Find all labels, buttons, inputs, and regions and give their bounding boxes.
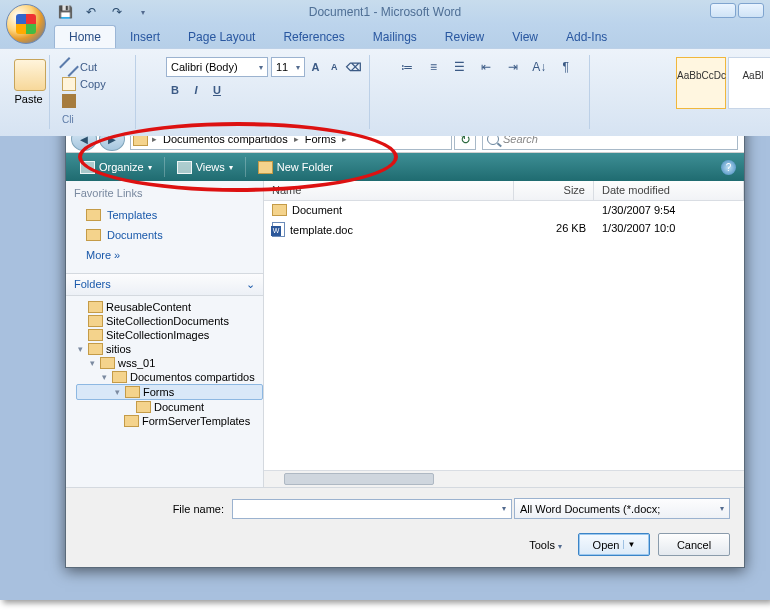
tab-view[interactable]: View: [498, 26, 552, 48]
word-window: 💾 ↶ ↷ ▾ Document1 - Microsoft Word Home …: [0, 0, 770, 600]
folder-icon: [86, 229, 101, 241]
indent-inc-icon[interactable]: ⇥: [502, 57, 524, 77]
ribbon-tabs: Home Insert Page Layout References Maili…: [0, 24, 770, 48]
open-button[interactable]: Open▼: [578, 533, 650, 556]
dialog-footer: File name: ▾ All Word Documents (*.docx;…: [66, 487, 744, 567]
newfolder-icon: [258, 161, 273, 174]
new-folder-button[interactable]: New Folder: [252, 159, 339, 176]
filename-input[interactable]: [232, 499, 512, 519]
col-size[interactable]: Size: [514, 181, 594, 200]
file-row[interactable]: Document1/30/2007 9:54: [264, 201, 744, 219]
folder-icon: [88, 343, 103, 355]
tree-item[interactable]: ▾Documentos compartidos: [76, 370, 263, 384]
maximize-button[interactable]: [738, 3, 764, 18]
folder-icon: [136, 401, 151, 413]
tree-item[interactable]: ▾Forms: [76, 384, 263, 400]
folder-icon: [86, 209, 101, 221]
qat-redo-icon[interactable]: ↷: [106, 2, 128, 22]
tree-item[interactable]: Document: [76, 400, 263, 414]
font-group: Calibri (Body)▾ 11▾ A A ⌫ B I U: [160, 55, 370, 129]
style-normal[interactable]: AaBbCcDc: [676, 57, 726, 109]
showmarks-icon[interactable]: ¶: [555, 57, 577, 77]
shrink-font-icon[interactable]: A: [326, 58, 342, 76]
folders-header[interactable]: Folders⌄: [66, 273, 263, 296]
grow-font-icon[interactable]: A: [308, 58, 324, 76]
group-label-clipboard: Cli: [62, 114, 74, 125]
tab-home[interactable]: Home: [54, 25, 116, 48]
tab-review[interactable]: Review: [431, 26, 498, 48]
word-doc-icon: [272, 222, 285, 237]
paragraph-group: ≔ ≡ ☰ ⇤ ⇥ A↓ ¶: [390, 55, 590, 129]
styles-group: AaBbCcDc AaBl: [670, 55, 770, 129]
clear-format-icon[interactable]: ⌫: [345, 58, 363, 76]
folder-icon: [88, 301, 103, 313]
office-button[interactable]: [6, 4, 46, 44]
ribbon: Paste Cut Copy Cli Calibri (Body)▾ 11▾ A…: [0, 48, 770, 136]
views-button[interactable]: Views▾: [171, 159, 239, 176]
qat-save-icon[interactable]: 💾: [54, 2, 76, 22]
cancel-button[interactable]: Cancel: [658, 533, 730, 556]
style-other[interactable]: AaBl: [728, 57, 770, 109]
folder-tree: ReusableContentSiteCollectionDocumentsSi…: [66, 296, 263, 487]
folder-icon: [124, 415, 139, 427]
fav-templates[interactable]: Templates: [66, 205, 263, 225]
bullets-icon[interactable]: ≔: [396, 57, 418, 77]
tree-item[interactable]: FormServerTemplates: [76, 414, 263, 428]
title-bar: 💾 ↶ ↷ ▾ Document1 - Microsoft Word: [0, 0, 770, 24]
organize-button[interactable]: Organize▾: [74, 159, 158, 176]
brush-icon: [62, 94, 76, 108]
qat-more-icon[interactable]: ▾: [132, 2, 154, 22]
open-dialog: Open ✕ ◄ ► ▸ Documentos compartidos ▸ Fo…: [65, 98, 745, 568]
folder-icon: [88, 329, 103, 341]
file-row[interactable]: template.doc26 KB1/30/2007 10:0: [264, 219, 744, 240]
underline-button[interactable]: U: [208, 81, 226, 99]
fav-more[interactable]: More »: [66, 245, 263, 265]
tab-references[interactable]: References: [269, 26, 358, 48]
col-name[interactable]: Name: [264, 181, 514, 200]
column-headers: Name Size Date modified: [264, 181, 744, 201]
scissors-icon: [59, 57, 79, 77]
organize-icon: [80, 161, 95, 174]
tree-item[interactable]: ▾wss_01: [76, 356, 263, 370]
tree-item[interactable]: SiteCollectionImages: [76, 328, 263, 342]
tree-item[interactable]: ▾sitios: [76, 342, 263, 356]
favorites-header: Favorite Links: [66, 181, 263, 205]
folder-icon: [112, 371, 127, 383]
format-painter-button[interactable]: [62, 94, 129, 108]
cut-button[interactable]: Cut: [62, 60, 129, 74]
h-scrollbar[interactable]: [264, 470, 744, 487]
multilevel-icon[interactable]: ☰: [449, 57, 471, 77]
folder-icon: [272, 204, 287, 216]
sort-icon[interactable]: A↓: [528, 57, 550, 77]
file-pane: Name Size Date modified Document1/30/200…: [264, 181, 744, 487]
font-name-combo[interactable]: Calibri (Body)▾: [166, 57, 268, 77]
copy-button[interactable]: Copy: [62, 77, 129, 91]
tab-addins[interactable]: Add-Ins: [552, 26, 621, 48]
font-size-combo[interactable]: 11▾: [271, 57, 305, 77]
qat-undo-icon[interactable]: ↶: [80, 2, 102, 22]
col-date[interactable]: Date modified: [594, 181, 744, 200]
folder-icon: [88, 315, 103, 327]
paste-icon: [14, 59, 46, 91]
folder-icon: [100, 357, 115, 369]
views-icon: [177, 161, 192, 174]
tree-item[interactable]: ReusableContent: [76, 300, 263, 314]
tab-mailings[interactable]: Mailings: [359, 26, 431, 48]
tab-insert[interactable]: Insert: [116, 26, 174, 48]
file-list: Document1/30/2007 9:54template.doc26 KB1…: [264, 201, 744, 470]
folder-icon: [125, 386, 140, 398]
minimize-button[interactable]: [710, 3, 736, 18]
filename-label: File name:: [80, 503, 224, 515]
tree-item[interactable]: SiteCollectionDocuments: [76, 314, 263, 328]
filetype-filter[interactable]: All Word Documents (*.docx;▾: [514, 498, 730, 519]
numbering-icon[interactable]: ≡: [422, 57, 444, 77]
window-title: Document1 - Microsoft Word: [309, 5, 462, 19]
indent-dec-icon[interactable]: ⇤: [475, 57, 497, 77]
italic-button[interactable]: I: [187, 81, 205, 99]
help-icon[interactable]: ?: [721, 160, 736, 175]
bold-button[interactable]: B: [166, 81, 184, 99]
tab-page-layout[interactable]: Page Layout: [174, 26, 269, 48]
paste-button[interactable]: Paste: [8, 55, 50, 129]
fav-documents[interactable]: Documents: [66, 225, 263, 245]
tools-button[interactable]: Tools ▾: [529, 539, 562, 551]
